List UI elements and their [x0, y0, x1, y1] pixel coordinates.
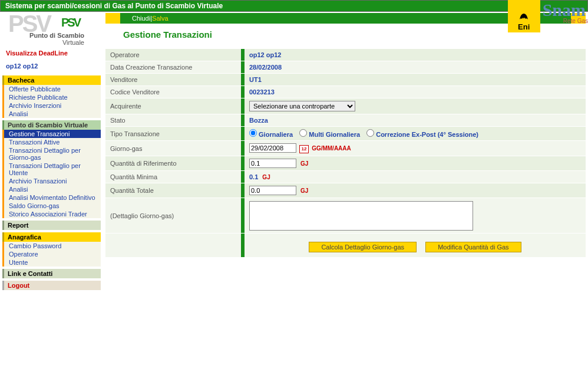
- calendar-icon[interactable]: 12: [299, 145, 309, 153]
- nav-operatore[interactable]: Operatore: [2, 250, 101, 258]
- unit-gj: GJ: [262, 174, 270, 180]
- nav-transazioni-dettaglio-giorno[interactable]: Transazioni Dettaglio per Giorno-gas: [2, 146, 101, 162]
- acquirente-select[interactable]: Selezionare una controparte: [249, 101, 355, 111]
- date-format-hint: GG/MM/AAAA: [312, 145, 351, 152]
- label-acquirente: Acquirente: [105, 98, 241, 114]
- nav-storico-associazioni[interactable]: Storico Associazioni Trader: [2, 210, 101, 218]
- nav-richieste-pubblicate[interactable]: Richieste Pubblicate: [2, 93, 101, 101]
- current-user: op12 op12: [2, 59, 101, 73]
- value-data-creazione: 28/02/2008: [245, 61, 586, 74]
- eni-logo: Eni: [508, 0, 540, 32]
- label-giorno-gas: Giorno-gas: [105, 141, 241, 156]
- nav-section-anagrafica: Anagrafica: [2, 232, 101, 242]
- label-operatore: Operatore: [105, 49, 241, 61]
- system-title: Sistema per scambi/cessioni di Gas al Pu…: [0, 0, 588, 12]
- radio-correzione-expost[interactable]: Correzione Ex-Post (4° Sessione): [366, 131, 478, 138]
- qta-riferimento-input[interactable]: [249, 159, 296, 168]
- radio-multi-giornaliera[interactable]: Multi Giornaliera: [299, 131, 360, 138]
- modifica-quantita-button[interactable]: Modifica Quantità di Gas: [425, 242, 521, 252]
- nav-archivio-transazioni[interactable]: Archivio Transazioni: [2, 177, 101, 185]
- psv-logo: PSVPSV Punto di Scambio Virtuale: [2, 12, 101, 47]
- label-dettaglio: (Dettaglio Giorno-gas): [105, 198, 241, 234]
- brand-logos: Eni Snam Rete Gas: [508, 0, 588, 32]
- main-content: Chiudi | Salva Gestione Transazioni Oper…: [103, 12, 588, 290]
- unit-gj: GJ: [300, 188, 308, 194]
- nav-section-psv: Punto di Scambio Virtuale: [2, 120, 101, 130]
- nav-section-report[interactable]: Report: [2, 221, 101, 230]
- label-qta-minima: Quantità Minima: [105, 171, 241, 183]
- transaction-form: Operatore op12 op12 Data Creazione Trans…: [105, 49, 586, 258]
- label-stato: Stato: [105, 114, 241, 127]
- unit-gj: GJ: [300, 160, 308, 167]
- label-qta-totale: Quantità Totale: [105, 183, 241, 198]
- label-venditore: Venditore: [105, 74, 241, 86]
- label-qta-riferimento: Quantità di Riferimento: [105, 156, 241, 171]
- giorno-gas-input[interactable]: [249, 143, 296, 153]
- nav-saldo-giorno-gas[interactable]: Saldo Giorno-gas: [2, 202, 101, 210]
- close-link[interactable]: Chiudi: [132, 15, 150, 22]
- value-venditore: UT1: [245, 74, 586, 86]
- nav-utente[interactable]: Utente: [2, 258, 101, 267]
- nav-offerte-pubblicate[interactable]: Offerte Pubblicate: [2, 85, 101, 93]
- value-stato: Bozza: [245, 114, 586, 127]
- nav-analisi-movimentato[interactable]: Analisi Movimentato Definitivo: [2, 193, 101, 202]
- nav-gestione-transazioni[interactable]: Gestione Transazioni: [2, 130, 101, 138]
- radio-giornaliera[interactable]: Giornaliera: [249, 131, 293, 138]
- nav-analisi-bacheca[interactable]: Analisi: [2, 110, 101, 118]
- nav-section-link[interactable]: Link e Contatti: [2, 269, 101, 278]
- nav-analisi-psv[interactable]: Analisi: [2, 185, 101, 193]
- nav-section-bacheca: Bacheca: [2, 75, 101, 85]
- label-tipo-transazione: Tipo Transazione: [105, 127, 241, 141]
- calcola-dettaglio-button[interactable]: Calcola Dettaglio Giorno-gas: [309, 242, 417, 252]
- value-operatore: op12 op12: [245, 49, 586, 61]
- label-data-creazione: Data Creazione Transazione: [105, 61, 241, 74]
- label-codice-venditore: Codice Venditore: [105, 86, 241, 98]
- nav-transazioni-dettaglio-utente[interactable]: Transazioni Dettaglio per Utente: [2, 162, 101, 177]
- deadline-link[interactable]: Visualizza DeadLine: [2, 47, 101, 59]
- value-codice-venditore: 0023213: [245, 86, 586, 98]
- sidebar: PSVPSV Punto di Scambio Virtuale Visuali…: [0, 12, 103, 290]
- logout-link[interactable]: Logout: [2, 281, 101, 290]
- nav-archivio-inserzioni[interactable]: Archivio Inserzioni: [2, 101, 101, 110]
- snam-logo: Snam Rete Gas: [540, 0, 588, 24]
- qta-totale-input[interactable]: [249, 186, 296, 195]
- save-link[interactable]: Salva: [152, 15, 169, 22]
- nav-transazioni-attive[interactable]: Transazioni Attive: [2, 138, 101, 146]
- dettaglio-giorno-gas-area: [249, 201, 473, 231]
- nav-cambio-password[interactable]: Cambio Password: [2, 242, 101, 250]
- value-qta-minima: 0.1: [249, 173, 258, 180]
